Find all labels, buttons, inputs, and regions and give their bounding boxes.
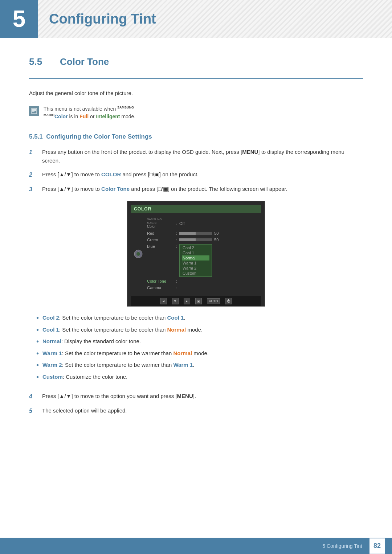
osd-label-blue: Blue: [147, 244, 176, 249]
bullet-dot-3: •: [36, 337, 39, 345]
osd-btn-up: ▲: [184, 298, 190, 304]
header-banner: 5 Configuring Tint: [0, 0, 392, 38]
step-num-3: 3: [29, 185, 36, 194]
step-num-2: 2: [29, 170, 36, 180]
bullet-text-normal: Normal: Display the standard color tone.: [42, 337, 141, 346]
osd-item-cool1: Cool 1: [182, 250, 209, 255]
osd-btn-auto: AUTO: [207, 298, 220, 304]
bullet-dot-4: •: [36, 349, 39, 357]
osd-row-gamma: Gamma :: [147, 284, 261, 291]
osd-item-cool2: Cool 2: [182, 245, 209, 250]
osd-item-warm1: Warm 1: [182, 260, 209, 266]
osd-label-green: Green: [147, 238, 176, 242]
bullet-dot-5: •: [36, 361, 39, 369]
osd-item-custom: Custom: [182, 271, 209, 276]
steps-list-continued: 4 Press [▲/▼] to move to the option you …: [29, 392, 363, 415]
osd-header-label: COLOR: [131, 205, 261, 213]
osd-btn-right: ▣: [195, 298, 202, 304]
pencil-icon: [31, 108, 37, 114]
step-text-3: Press [▲/▼] to move to Color Tone and pr…: [42, 185, 363, 193]
step-num-5: 5: [29, 406, 36, 416]
bullet-text-custom: Custom: Customize the color tone.: [42, 373, 127, 381]
svg-rect-0: [32, 108, 37, 114]
osd-menu-col: SAMSUNG MAGIC Color : Off Red : 50: [147, 217, 261, 291]
step-text-2: Press [▲/▼] to move to COLOR and press […: [42, 170, 363, 179]
osd-label-gamma: Gamma: [147, 286, 176, 290]
osd-label-color-tone: Color Tone: [147, 279, 176, 283]
osd-left-icon: [132, 217, 144, 291]
section-title: Color Tone: [60, 56, 109, 67]
bullet-cool1: • Cool 1: Set the color temperature to b…: [36, 326, 363, 334]
osd-row-color-tone: Color Tone :: [147, 278, 261, 284]
step-text-4: Press [▲/▼] to move to the option you wa…: [42, 392, 363, 401]
osd-bar-red: [179, 232, 212, 235]
osd-row-magic-color: SAMSUNG MAGIC Color : Off: [147, 217, 261, 230]
osd-bar-green: [179, 238, 212, 241]
page-footer: 5 Configuring Tint 82: [0, 538, 392, 554]
osd-item-normal: Normal: [182, 255, 209, 260]
subsection-title: Configuring the Color Tone Settings: [46, 133, 152, 140]
subsection-number: 5.5.1: [29, 133, 43, 140]
note-box: This menu is not available when SAMSUNGM…: [29, 103, 363, 122]
bullet-warm2: • Warm 2: Set the color temperature to b…: [36, 361, 363, 369]
chapter-number: 5: [13, 5, 26, 32]
osd-val-magic-color: Off: [179, 221, 184, 226]
osd-colon-green: :: [176, 238, 177, 242]
steps-list: 1 Press any button on the front of the p…: [29, 148, 363, 194]
subsection-heading: 5.5.1 Configuring the Color Tone Setting…: [29, 133, 363, 140]
step-num-4: 4: [29, 392, 36, 401]
osd-val-red: 50: [214, 231, 221, 235]
chapter-title: Configuring Tint: [49, 11, 156, 27]
bullet-custom: • Custom: Customize the color tone.: [36, 373, 363, 381]
osd-screenshot: COLOR SAMSUNG: [127, 201, 265, 307]
header-bg: Configuring Tint: [38, 0, 392, 38]
osd-bar-green-fill: [179, 238, 196, 241]
osd-btn-power: ⏻: [225, 298, 232, 304]
osd-row-blue: Blue : Cool 2 Cool 1 Normal Warm 1 Warm …: [147, 243, 261, 278]
osd-row-green: Green : 50: [147, 237, 261, 243]
step-5: 5 The selected option will be applied.: [29, 406, 363, 416]
svg-point-5: [136, 252, 140, 256]
osd-colon-gamma: :: [176, 286, 177, 290]
step-1: 1 Press any button on the front of the p…: [29, 148, 363, 165]
section-divider: [29, 78, 363, 79]
step-num-1: 1: [29, 148, 36, 157]
osd-settings-icon: [134, 249, 143, 259]
bullet-text-warm2: Warm 2: Set the color temperature to be …: [42, 361, 194, 369]
main-content: 5.5 Color Tone Adjust the general color …: [0, 38, 392, 452]
bullet-cool2: • Cool 2: Set the color temperature to b…: [36, 314, 363, 322]
bullet-dot-1: •: [36, 314, 39, 322]
osd-colon-red: :: [176, 231, 177, 235]
osd-dropdown-color-tone: Cool 2 Cool 1 Normal Warm 1 Warm 2 Custo…: [179, 244, 212, 277]
step-3: 3 Press [▲/▼] to move to Color Tone and …: [29, 185, 363, 194]
bullet-dot-6: •: [36, 373, 39, 381]
footer-text: 5 Configuring Tint: [322, 543, 362, 549]
section-description: Adjust the general color tone of the pic…: [29, 90, 363, 96]
osd-bar-green-container: 50: [179, 238, 221, 242]
step-2: 2 Press [▲/▼] to move to COLOR and press…: [29, 170, 363, 180]
osd-colon-ct: :: [176, 279, 177, 283]
osd-colon-1: :: [176, 221, 177, 226]
step-text-1: Press any button on the front of the pro…: [42, 148, 363, 165]
bullet-normal: • Normal: Display the standard color ton…: [36, 337, 363, 346]
osd-val-green: 50: [214, 238, 221, 242]
osd-label-magic-color: SAMSUNG MAGIC Color: [147, 218, 176, 229]
section-number: 5.5: [29, 56, 53, 67]
osd-bar-red-container: 50: [179, 231, 221, 235]
bullet-list: • Cool 2: Set the color temperature to b…: [36, 314, 363, 381]
bullet-text-cool2: Cool 2: Set the color temperature to be …: [42, 314, 185, 322]
osd-bar-red-fill: [179, 232, 196, 235]
osd-btn-left: ◄: [160, 298, 167, 304]
step-4: 4 Press [▲/▼] to move to the option you …: [29, 392, 363, 401]
note-text: This menu is not available when SAMSUNGM…: [44, 105, 135, 120]
section-heading: 5.5 Color Tone: [29, 56, 363, 67]
osd-bottom-bar: ◄ ▼ ▲ ▣ AUTO ⏻: [131, 296, 261, 306]
bullet-dot-2: •: [36, 326, 39, 334]
chapter-number-box: 5: [0, 0, 38, 38]
osd-colon-blue: :: [176, 244, 177, 249]
osd-btn-down: ▼: [172, 298, 179, 304]
osd-item-warm2: Warm 2: [182, 266, 209, 271]
bullet-text-cool1: Cool 1: Set the color temperature to be …: [42, 326, 203, 334]
note-icon: [29, 106, 39, 116]
step-text-5: The selected option will be applied.: [42, 406, 363, 415]
